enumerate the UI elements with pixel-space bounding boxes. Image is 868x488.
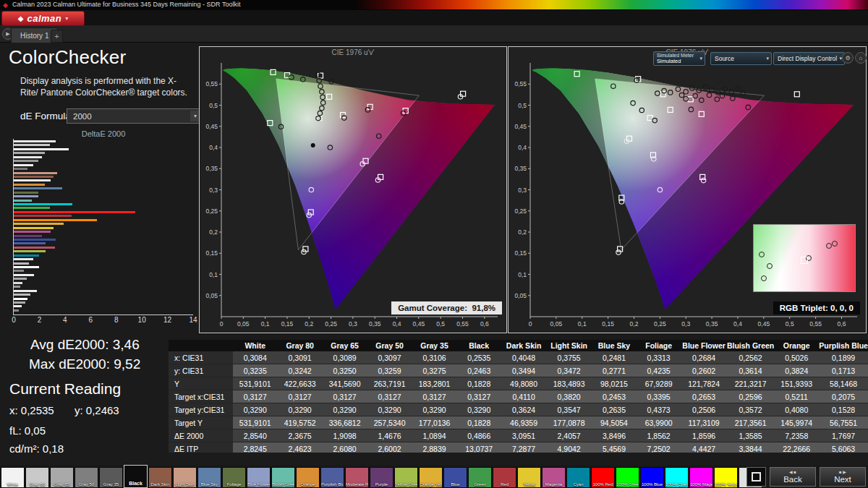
svg-text:0,25: 0,25 (325, 320, 337, 328)
axis-tick-label: 10 (138, 316, 146, 324)
table-cell: 263,7191 (367, 377, 412, 390)
delta-e-bar (14, 200, 32, 202)
svg-text:0,05: 0,05 (550, 320, 563, 328)
patch-swatch-label: Dark Skin (149, 482, 171, 487)
table-cell: 5,4569 (592, 442, 637, 453)
delta-e-bar (14, 184, 45, 186)
delta-e-bar (14, 242, 46, 244)
meter-dropdown-line2: Simulated (657, 59, 694, 64)
delta-e-bar (14, 144, 50, 146)
current-y: y: 0,2463 (75, 404, 119, 416)
patch-swatch-label: Black (124, 481, 147, 486)
table-column-header: Blue Flower (681, 340, 727, 351)
svg-text:0,25: 0,25 (514, 207, 527, 215)
table-cell: 3,3844 (727, 442, 774, 453)
patch-swatch-gray-80[interactable]: Gray 80 (25, 467, 49, 488)
patch-swatch-dark-skin[interactable]: Dark Skin (148, 467, 172, 488)
delta-e-bar (14, 227, 54, 229)
patch-swatch-label: 100% Green (616, 482, 639, 487)
table-cell: 0,3290 (323, 403, 367, 416)
patch-swatch-cyan[interactable]: Cyan (566, 467, 590, 488)
table-cell: 0,2535 (457, 351, 501, 364)
svg-text:0,25: 0,25 (654, 320, 666, 328)
cie-chart-1: CIE 1976 u'v' 00,050,10,150,20,250,30,35… (199, 46, 507, 333)
calman-menu-button[interactable]: ◆ calman ▾ (1, 11, 85, 26)
patch-swatch-gray-50[interactable]: Gray 50 (75, 467, 98, 488)
patch-swatch-white[interactable]: White (1, 467, 25, 488)
patch-swatch-100-cyan[interactable]: 100% Cyan (665, 467, 689, 488)
delta-e-bar (14, 250, 46, 252)
next-icon: ■ ▶ (839, 470, 846, 475)
delta-e-bar (14, 239, 56, 241)
de-formula-select[interactable]: 2000 ▾ (67, 108, 203, 124)
patch-swatch-gray-65[interactable]: Gray 65 (50, 467, 74, 488)
patch-swatch-100-magenta[interactable]: 100% Magenta (689, 467, 713, 488)
svg-text:0,05: 0,05 (237, 320, 250, 328)
stop-button[interactable] (746, 467, 766, 487)
table-cell: 419,5752 (278, 416, 323, 429)
table-cell: 0,3127 (457, 390, 501, 403)
patch-swatch-blue[interactable]: Blue (443, 467, 467, 488)
patch-swatch-gray-35[interactable]: Gray 35 (99, 467, 123, 488)
patch-swatch-light-skin[interactable]: Light Skin (173, 467, 197, 488)
patch-swatch-label: Magenta (542, 482, 565, 487)
patch-swatch-orange-yellow[interactable]: Orange Yellow (419, 467, 443, 488)
patch-swatch-bluish-green[interactable]: Bluish Green (271, 467, 295, 488)
table-cell: 67,9289 (637, 377, 681, 390)
patch-swatch-label: Blue Sky (198, 482, 221, 487)
patch-swatch-purplish-blue[interactable]: Purplish Blue (320, 467, 344, 488)
inset-measurement-circle (767, 263, 773, 269)
patch-swatch-yellow-green[interactable]: Yellow Green (394, 467, 418, 488)
current-x: x: 0,2535 (9, 404, 54, 416)
table-cell: 49,8080 (501, 377, 546, 390)
patch-swatch-100-blue[interactable]: 100% Blue (640, 467, 664, 488)
axis-tick-label: 8 (114, 316, 119, 324)
patch-swatch-black[interactable]: Black (124, 465, 148, 488)
patch-swatch-100-green[interactable]: 100% Green (616, 467, 639, 488)
source-dropdown[interactable]: Source ▾ (710, 52, 772, 65)
delta-e-bar (14, 211, 135, 213)
table-cell: 2,8839 (412, 442, 457, 453)
svg-text:0,55: 0,55 (205, 80, 218, 87)
home-button[interactable]: ⌂ (855, 52, 867, 64)
table-cell: 0,3472 (546, 364, 592, 377)
table-cell: 177,0136 (412, 416, 457, 429)
table-cell: 0,3290 (412, 403, 457, 416)
settings-button[interactable]: ⚙ (842, 52, 854, 64)
page-title: ColorChecker (9, 46, 127, 69)
add-tab-button[interactable]: + (51, 30, 63, 43)
table-column-header: Orange (774, 340, 819, 351)
back-button[interactable]: ◀ ■ Back (770, 467, 816, 487)
patch-swatch-red[interactable]: Red (493, 467, 516, 488)
table-cell: 0,2075 (819, 390, 868, 403)
table-cell: 0,2602 (681, 364, 727, 377)
table-cell: 0,4048 (501, 351, 546, 364)
table-cell: 221,3217 (727, 377, 774, 390)
patch-swatch-100-yellow[interactable]: 100% Yellow (714, 467, 738, 488)
home-icon: ⌂ (859, 55, 863, 61)
table-cell: 0,2463 (457, 364, 501, 377)
table-cell: 0,1828 (457, 416, 501, 429)
patch-swatch-yellow[interactable]: Yellow (517, 467, 541, 488)
patch-swatch-blue-flower[interactable]: Blue Flower (247, 467, 271, 488)
patch-swatch-magenta[interactable]: Magenta (542, 467, 566, 488)
patch-swatch-purple[interactable]: Purple (370, 467, 393, 488)
meter-dropdown[interactable]: Simulated Meter Simulated ▾ (653, 51, 705, 66)
next-button[interactable]: ■ ▶ Next (820, 467, 866, 487)
table-cell: 3,8496 (592, 429, 637, 442)
table-row-label: Target Y (169, 416, 233, 429)
tab-label: History 1 (20, 32, 48, 40)
avg-de2000: Avg dE2000: 3,46 (30, 337, 140, 353)
delta-e-bar (14, 286, 20, 288)
display-control-dropdown[interactable]: Direct Display Control ▾ (773, 52, 845, 65)
table-cell: 0,3820 (546, 390, 592, 403)
table-cell: 0,3250 (323, 364, 367, 377)
patch-swatch-blue-sky[interactable]: Blue Sky (197, 467, 221, 488)
patch-swatch-foliage[interactable]: Foliage (222, 467, 246, 488)
svg-text:0,6: 0,6 (838, 320, 846, 328)
patch-swatch-moderate-red[interactable]: Moderate Red (345, 467, 369, 488)
patch-swatch-green[interactable]: Green (468, 467, 492, 488)
patch-swatch-100-red[interactable]: 100% Red (591, 467, 615, 488)
patch-swatch-orange[interactable]: Orange (296, 467, 320, 488)
display-control-label: Direct Display Control (778, 55, 837, 62)
